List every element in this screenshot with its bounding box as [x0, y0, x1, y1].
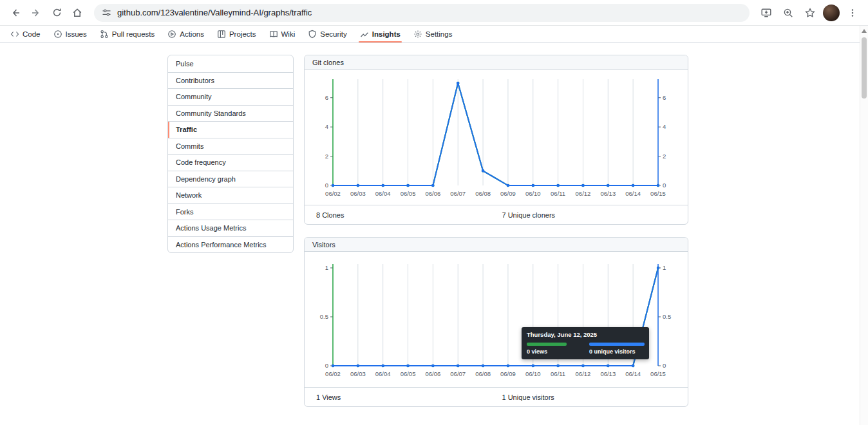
browser-menu-button[interactable]: [844, 4, 862, 22]
pull-request-icon: [100, 30, 109, 39]
refresh-button[interactable]: [48, 4, 66, 22]
svg-text:06/04: 06/04: [375, 370, 391, 377]
sidebar-item-label: Code frequency: [176, 158, 226, 166]
sidebar-item-label: Forks: [176, 208, 194, 216]
svg-text:06/15: 06/15: [650, 190, 666, 197]
visitors-chart[interactable]: 06/0206/0306/0406/0506/0606/0706/0806/09…: [305, 252, 688, 387]
git-clones-card: Git clones 06/0206/0306/0406/0506/0606/0…: [304, 55, 688, 225]
svg-text:0: 0: [663, 362, 666, 369]
tooltip-views-bar: [527, 343, 567, 346]
sidebar-item-label: Actions Performance Metrics: [176, 241, 267, 249]
svg-text:06/07: 06/07: [450, 370, 466, 377]
sidebar-item-pulse[interactable]: Pulse: [168, 55, 293, 72]
svg-text:06/15: 06/15: [650, 370, 666, 377]
repo-nav: Code Issues Pull requests Actions Projec…: [0, 26, 860, 43]
sidebar-item-actions-performance-metrics[interactable]: Actions Performance Metrics: [168, 236, 293, 253]
tab-wiki[interactable]: Wiki: [264, 26, 301, 42]
svg-text:06/09: 06/09: [500, 190, 516, 197]
svg-text:06/12: 06/12: [576, 190, 591, 197]
git-clones-title: Git clones: [312, 59, 344, 66]
code-icon: [10, 30, 19, 39]
git-clones-chart[interactable]: 06/0206/0306/0406/0506/0606/0706/0806/09…: [305, 70, 688, 205]
project-table-icon: [217, 30, 226, 39]
tab-actions[interactable]: Actions: [162, 26, 209, 42]
sidebar-item-code-frequency[interactable]: Code frequency: [168, 154, 293, 171]
tab-label: Wiki: [281, 30, 296, 38]
sidebar-item-forks[interactable]: Forks: [168, 203, 293, 220]
forward-arrow-icon: [30, 7, 42, 19]
svg-text:06/07: 06/07: [450, 190, 466, 197]
sidebar-item-network[interactable]: Network: [168, 187, 293, 203]
url-bar[interactable]: github.com/123valentine/Valleymind-AI/gr…: [94, 4, 750, 22]
tab-label: Code: [23, 30, 41, 38]
tab-label: Pull requests: [112, 30, 155, 38]
git-clones-card-header: Git clones: [305, 55, 688, 70]
sidebar-item-label: Traffic: [176, 126, 197, 133]
tab-projects[interactable]: Projects: [212, 26, 261, 42]
svg-text:0: 0: [325, 362, 328, 369]
play-circle-icon: [167, 30, 176, 39]
svg-text:6: 6: [663, 94, 666, 101]
back-button[interactable]: [6, 4, 24, 22]
svg-text:0: 0: [325, 182, 328, 189]
sidebar-item-label: Dependency graph: [176, 175, 236, 183]
svg-text:06/05: 06/05: [401, 190, 416, 197]
svg-text:06/11: 06/11: [551, 370, 565, 377]
avatar[interactable]: [823, 5, 840, 21]
svg-text:06/08: 06/08: [475, 370, 491, 377]
svg-text:06/12: 06/12: [576, 370, 591, 377]
sidebar-item-commits[interactable]: Commits: [168, 138, 293, 155]
views-total-label: 1 Views: [316, 393, 502, 401]
sidebar-item-label: Commits: [176, 142, 203, 150]
forward-button[interactable]: [27, 4, 45, 22]
tab-code[interactable]: Code: [5, 26, 46, 42]
svg-text:06/14: 06/14: [625, 190, 641, 197]
magnifier-icon: [782, 7, 794, 19]
chrome-actions: [757, 4, 862, 22]
clones-total-label: 8 Clones: [316, 211, 502, 219]
tooltip-views-label: 0 views: [527, 348, 589, 355]
browser-chrome: github.com/123valentine/Valleymind-AI/gr…: [0, 0, 868, 26]
sidebar-item-community[interactable]: Community: [168, 88, 293, 105]
sidebar-item-dependency-graph[interactable]: Dependency graph: [168, 171, 293, 187]
svg-text:06/03: 06/03: [350, 190, 366, 197]
home-button[interactable]: [68, 4, 86, 22]
tab-insights[interactable]: Insights: [355, 26, 406, 42]
tab-pull-requests[interactable]: Pull requests: [95, 26, 160, 42]
svg-text:06/14: 06/14: [625, 370, 641, 377]
sidebar-item-contributors[interactable]: Contributors: [168, 72, 293, 89]
svg-text:06/13: 06/13: [600, 370, 616, 377]
install-page-button[interactable]: [757, 4, 775, 22]
insights-sidebar: Pulse Contributors Community Community S…: [167, 55, 294, 253]
tab-security[interactable]: Security: [303, 26, 352, 42]
scrollbar-thumb[interactable]: [862, 37, 867, 99]
scroll-up-arrow-icon[interactable]: [862, 29, 867, 33]
tab-label: Issues: [66, 30, 87, 38]
svg-text:0.5: 0.5: [320, 313, 328, 320]
sidebar-item-label: Community Standards: [176, 109, 246, 117]
svg-text:06/04: 06/04: [375, 190, 391, 197]
refresh-icon: [52, 7, 62, 18]
svg-text:1: 1: [325, 264, 328, 271]
sidebar-item-actions-usage-metrics[interactable]: Actions Usage Metrics: [168, 220, 293, 236]
home-icon: [71, 7, 83, 19]
sidebar-item-label: Network: [176, 191, 202, 199]
sidebar-item-community-standards[interactable]: Community Standards: [168, 105, 293, 122]
svg-text:06/02: 06/02: [325, 370, 341, 377]
svg-text:06/05: 06/05: [401, 370, 416, 377]
sidebar-item-label: Pulse: [176, 60, 194, 68]
svg-text:2: 2: [325, 153, 328, 160]
svg-text:06/10: 06/10: [525, 370, 541, 377]
tab-issues[interactable]: Issues: [48, 26, 92, 42]
install-screen-icon: [760, 7, 772, 19]
tab-settings[interactable]: Settings: [408, 26, 458, 42]
zoom-button[interactable]: [779, 4, 797, 22]
tab-label: Projects: [229, 30, 256, 38]
bookmark-button[interactable]: [801, 4, 819, 22]
svg-text:4: 4: [325, 123, 328, 130]
svg-text:4: 4: [663, 123, 666, 130]
page-scrollbar[interactable]: [860, 26, 868, 425]
sidebar-item-traffic[interactable]: Traffic: [168, 121, 293, 138]
tab-label: Settings: [426, 30, 453, 38]
svg-text:06/09: 06/09: [500, 370, 516, 377]
